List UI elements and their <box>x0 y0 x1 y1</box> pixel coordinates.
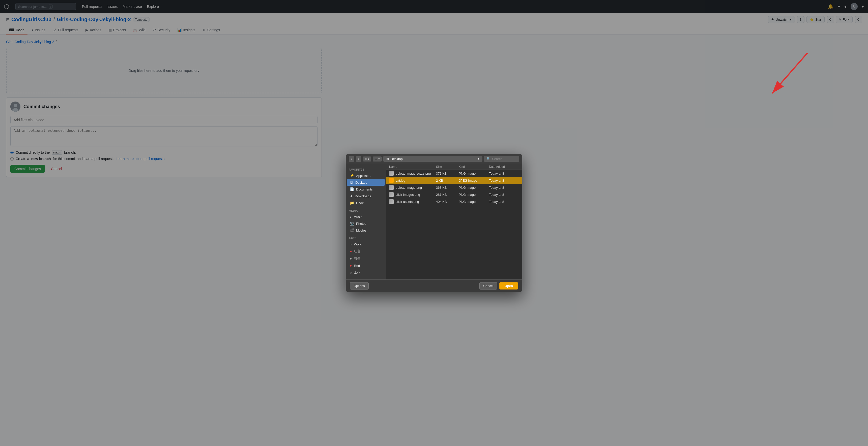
file-dialog: ‹ › ≡ ▾ ⊞ ▾ 🖥 Desktop ✦ 🔍 Search <box>346 154 522 182</box>
col-kind: Kind <box>459 165 489 169</box>
file-kind: PNG image <box>459 172 489 175</box>
file-name-cat-jpg: cat.jpg <box>389 178 436 182</box>
col-name: Name <box>389 165 436 169</box>
back-button[interactable]: ‹ <box>349 156 354 162</box>
file-row-cat-jpg[interactable]: cat.jpg 2 KB JPEG image Today at 8 <box>386 177 522 182</box>
dialog-body: Favorites ⚡ Applicati... 🖥 Desktop 📄 Doc… <box>346 164 522 182</box>
file-list-header: Name Size Kind Date Added <box>386 164 522 170</box>
file-date-cat: Today at 8 <box>489 179 519 182</box>
file-name-text-cat: cat.jpg <box>396 179 405 182</box>
svg-line-4 <box>772 53 807 93</box>
sidebar-item-applications[interactable]: ⚡ Applicati... <box>347 172 385 179</box>
grid-view-button[interactable]: ⊞ ▾ <box>373 157 382 162</box>
list-caret: ▾ <box>368 157 369 161</box>
col-size: Size <box>436 165 459 169</box>
grid-view-icon: ⊞ <box>375 157 377 161</box>
file-name-text: upload-image-su...s.png <box>396 172 431 175</box>
location-badge-icon: ✦ <box>477 157 480 161</box>
location-bar[interactable]: 🖥 Desktop ✦ <box>383 156 483 162</box>
file-name-upload-image-sus: upload-image-su...s.png <box>389 171 436 176</box>
file-kind-cat: JPEG image <box>459 179 489 182</box>
search-placeholder: Search <box>492 157 502 161</box>
dialog-toolbar: ‹ › ≡ ▾ ⊞ ▾ 🖥 Desktop ✦ 🔍 Search <box>346 154 522 164</box>
location-folder-icon: 🖥 <box>386 157 389 161</box>
desktop-label: Desktop <box>355 181 367 182</box>
grid-caret: ▾ <box>378 157 380 161</box>
file-size: 371 KB <box>436 172 459 175</box>
file-size-cat: 2 KB <box>436 179 459 182</box>
list-view-icon: ≡ <box>365 157 367 161</box>
file-date: Today at 8 <box>489 172 519 175</box>
file-thumb-png <box>389 171 394 176</box>
applications-icon: ⚡ <box>350 174 354 178</box>
col-date: Date Added <box>489 165 519 169</box>
desktop-icon: 🖥 <box>350 180 353 182</box>
file-dialog-overlay[interactable]: ‹ › ≡ ▾ ⊞ ▾ 🖥 Desktop ✦ 🔍 Search <box>0 0 868 182</box>
location-text: Desktop <box>391 157 403 161</box>
file-list: Name Size Kind Date Added upload-image-s… <box>386 164 522 182</box>
search-field[interactable]: 🔍 Search <box>484 156 519 162</box>
search-icon: 🔍 <box>487 157 491 161</box>
applications-label: Applicati... <box>356 174 371 178</box>
favorites-label: Favorites <box>346 167 386 172</box>
list-view-button[interactable]: ≡ ▾ <box>363 157 371 162</box>
file-row-upload-image-sus[interactable]: upload-image-su...s.png 371 KB PNG image… <box>386 170 522 177</box>
forward-button[interactable]: › <box>356 156 361 162</box>
dialog-sidebar: Favorites ⚡ Applicati... 🖥 Desktop 📄 Doc… <box>346 164 386 182</box>
sidebar-item-desktop[interactable]: 🖥 Desktop <box>347 179 385 182</box>
file-thumb-jpg <box>389 178 394 182</box>
